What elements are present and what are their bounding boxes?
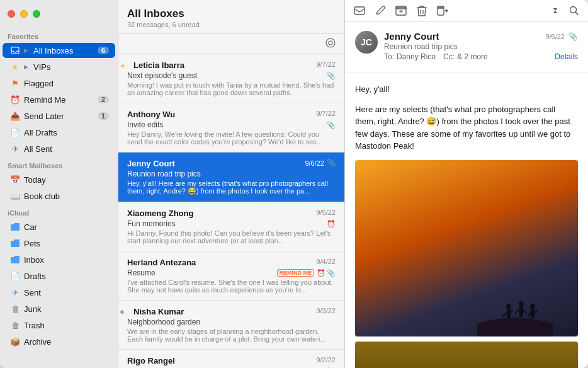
svg-rect-17 <box>519 306 523 317</box>
message-date: 9/5/22 <box>316 209 336 216</box>
drafts-folder-icon: 📄 <box>10 271 20 281</box>
flag-icon: ⚑ <box>10 78 20 88</box>
drafts-icon: 📄 <box>10 127 20 137</box>
sidebar-item-inbox[interactable]: Inbox <box>3 252 115 267</box>
all-sent-label: All Sent <box>24 144 109 154</box>
reading-pane-toolbar <box>345 0 588 22</box>
message-sender: Anthony Wu <box>127 110 311 119</box>
attachment-icon: 📎 <box>327 72 336 80</box>
inbox-icon <box>10 45 20 55</box>
sidebar-item-all-inboxes[interactable]: ▶ All Inboxes 6 <box>3 43 115 58</box>
flag-indicator: ◈ <box>120 308 125 315</box>
archive-toolbar-button[interactable] <box>395 6 407 16</box>
clock-remind-icon: ⏰ <box>327 220 336 228</box>
message-item[interactable]: Jenny Court 9/6/22 📎 Reunion road trip p… <box>118 152 344 202</box>
filter-button[interactable] <box>323 37 338 51</box>
send-later-icon: 📤 <box>10 111 20 121</box>
message-item[interactable]: Xiaomeng Zhong 9/5/22 Fun memories ⏰ Hi … <box>118 202 344 251</box>
trash-icon: 🗑 <box>10 320 20 330</box>
today-icon: 📅 <box>10 175 20 185</box>
svg-point-4 <box>326 38 335 47</box>
sent-label: Sent <box>24 288 109 297</box>
svg-rect-13 <box>507 308 511 318</box>
smart-mailboxes-section-header: Smart Mailboxes <box>0 157 118 171</box>
sidebar: Favorites ▶ All Inboxes 6 ★ ▶ VIPs ⚑ Fla… <box>0 0 118 368</box>
remind-me-count: 2 <box>98 96 109 103</box>
message-item[interactable]: Herland Antezana 9/4/22 Resume REMIND ME… <box>118 251 344 301</box>
sidebar-item-all-sent[interactable]: ✈ All Sent <box>3 141 115 156</box>
all-inboxes-label: All Inboxes <box>33 46 94 55</box>
sidebar-item-drafts[interactable]: 📄 Drafts <box>3 268 115 284</box>
sidebar-item-sent[interactable]: ✈ Sent <box>3 285 115 300</box>
message-item[interactable]: ★ Leticia Ibarra 9/7/22 Next episode's g… <box>118 54 344 103</box>
message-item[interactable]: Rigo Rangel 9/2/22 Park Photos 📎 Hi Dann… <box>118 350 344 368</box>
sidebar-item-car[interactable]: Car <box>3 219 115 234</box>
favorites-section-header: Favorites <box>0 28 118 42</box>
message-sender: Nisha Kumar <box>127 307 311 316</box>
star-indicator: ★ <box>120 62 126 70</box>
details-link[interactable]: Details <box>555 52 578 61</box>
sidebar-item-junk[interactable]: 🗑 Junk <box>3 301 115 316</box>
message-date: 9/3/22 <box>316 307 336 314</box>
send-later-label: Send Later <box>24 112 94 121</box>
message-subject: Neighborhood garden <box>127 318 336 326</box>
message-subject: Invite edits <box>127 120 327 129</box>
inbox-label: Inbox <box>24 255 109 265</box>
sidebar-item-flagged[interactable]: ⚑ Flagged <box>3 76 115 91</box>
minimize-button[interactable] <box>20 10 28 18</box>
message-subject: Next episode's guest <box>127 71 327 80</box>
maximize-button[interactable] <box>33 10 40 18</box>
sender-avatar: JC <box>355 31 378 54</box>
sent-icon: ✈ <box>10 144 20 154</box>
sidebar-item-vips[interactable]: ★ ▶ VIPs <box>3 59 115 74</box>
message-list-title: All Inboxes <box>127 8 336 20</box>
message-preview: Hi Danny, Found this photo! Can you beli… <box>127 229 336 244</box>
folder-car-icon <box>10 222 20 232</box>
send-later-count: 1 <box>98 112 109 120</box>
junk-icon: 🗑 <box>10 304 20 314</box>
message-preview: Hey Danny, We're loving the invite! A fe… <box>127 130 336 146</box>
sidebar-item-archive[interactable]: 📦 Archive <box>3 334 115 349</box>
pets-label: Pets <box>24 239 109 248</box>
close-button[interactable] <box>8 10 15 18</box>
compose-button[interactable] <box>375 6 385 16</box>
sidebar-item-today[interactable]: 📅 Today <box>3 172 115 187</box>
photo-silhouettes <box>477 273 553 336</box>
sidebar-item-book-club[interactable]: 📖 Book club <box>3 188 115 204</box>
email-attachment-icon: 📎 <box>568 32 578 41</box>
email-photo-1 <box>355 160 578 336</box>
clock-icon: ⏰ <box>317 269 325 277</box>
folder-pets-icon <box>10 238 20 248</box>
sidebar-item-all-drafts[interactable]: 📄 All Drafts <box>3 125 115 140</box>
titlebar <box>0 0 118 28</box>
email-sender-name: Jenny Court <box>384 31 439 42</box>
search-toolbar-button[interactable] <box>569 6 579 16</box>
svg-rect-3 <box>11 258 20 263</box>
message-sender: Rigo Rangel <box>127 356 311 365</box>
vips-label: VIPs <box>33 62 109 72</box>
vips-expand-icon: ▶ <box>24 64 28 70</box>
message-subject: Fun memories <box>127 219 327 228</box>
sidebar-item-trash[interactable]: 🗑 Trash <box>3 318 115 333</box>
reply-button[interactable] <box>354 6 365 16</box>
svg-line-15 <box>511 310 512 313</box>
trash-toolbar-button[interactable] <box>417 5 427 16</box>
sidebar-item-pets[interactable]: Pets <box>3 236 115 251</box>
email-body: Hey, y'all! Here are my selects (that's … <box>345 73 588 368</box>
message-item[interactable]: Anthony Wu 9/7/22 Invite edits 📎 Hey Dan… <box>118 103 344 152</box>
svg-point-16 <box>519 301 524 306</box>
message-date: 9/6/22 <box>305 159 324 167</box>
more-toolbar-button[interactable] <box>546 6 559 16</box>
clock-icon: ⏰ <box>10 95 20 105</box>
sidebar-item-send-later[interactable]: 📤 Send Later 1 <box>3 108 115 124</box>
sidebar-item-remind-me[interactable]: ⏰ Remind Me 2 <box>3 92 115 107</box>
email-body-text: Here are my selects (that's what pro pho… <box>355 103 578 152</box>
all-inboxes-count: 6 <box>98 47 109 54</box>
email-body-greeting: Hey, y'all! <box>355 83 578 96</box>
trash-label: Trash <box>24 321 109 330</box>
message-item[interactable]: ◈ Nisha Kumar 9/3/22 Neighborhood garden… <box>118 301 344 350</box>
messages-scroll[interactable]: ★ Leticia Ibarra 9/7/22 Next episode's g… <box>118 54 344 368</box>
move-toolbar-button[interactable] <box>437 6 448 16</box>
message-sender: Xiaomeng Zhong <box>127 209 311 218</box>
email-header: JC Jenny Court 9/6/22 📎 Reunion road tri… <box>345 22 588 73</box>
